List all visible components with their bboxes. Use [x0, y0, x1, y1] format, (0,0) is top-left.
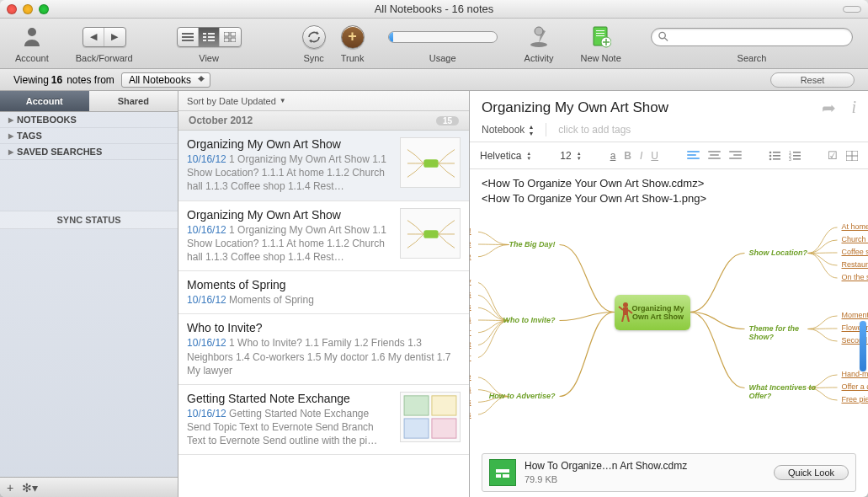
- svg-rect-26: [773, 152, 780, 153]
- search-field[interactable]: [651, 28, 853, 46]
- note-item-snippet: 10/16/12 Getting Started Note Exchange S…: [187, 407, 393, 448]
- note-item-title: Organizing My Own Art Show: [187, 137, 393, 151]
- note-list[interactable]: Organizing My Own Art Show10/16/12 1 Org…: [178, 131, 469, 497]
- svg-point-13: [530, 42, 547, 47]
- note-list-item[interactable]: Getting Started Note Exchange10/16/12 Ge…: [178, 385, 469, 456]
- svg-rect-21: [404, 396, 429, 415]
- month-header: October 2012 15: [178, 111, 469, 131]
- add-icon[interactable]: +: [7, 481, 13, 494]
- quick-look-button[interactable]: Quick Look: [774, 465, 849, 480]
- filter-bar: Viewing 16 notes from All Notebooks Rese…: [0, 69, 868, 91]
- note-item-title: Organizing My Own Art Show: [187, 208, 393, 222]
- svg-rect-32: [793, 152, 801, 153]
- note-list-item[interactable]: Who to Invite?10/16/12 1 Who to Invite? …: [178, 314, 469, 385]
- note-meta-row: Notebook ▲▼ click to add tags: [470, 123, 868, 142]
- svg-rect-36: [793, 158, 801, 160]
- search-input[interactable]: [673, 31, 845, 43]
- backforward-label: Back/Forward: [76, 53, 133, 63]
- note-list-item[interactable]: Organizing My Own Art Show10/16/12 1 Org…: [178, 201, 469, 272]
- activity-label: Activity: [525, 53, 554, 63]
- note-item-title: Who to Invite?: [187, 321, 461, 334]
- back-forward-buttons: ◀ ▶ Back/Forward: [76, 24, 133, 63]
- view-card-button[interactable]: [220, 28, 241, 46]
- svg-rect-8: [208, 40, 215, 41]
- tab-account[interactable]: Account: [0, 91, 89, 111]
- svg-point-14: [535, 27, 543, 35]
- note-item-snippet: 10/16/12 Moments of Spring: [187, 293, 461, 307]
- sidebar-footer: + ✻▾: [0, 477, 178, 497]
- format-bar: Helvetica▲▼ 12▲▼ a B I U 123 ☑: [470, 142, 868, 169]
- font-name-select[interactable]: Helvetica▲▼: [480, 150, 531, 162]
- nav-notebooks[interactable]: NOTEBOOKS: [0, 112, 178, 128]
- align-left-button[interactable]: [687, 151, 700, 160]
- info-icon[interactable]: i: [851, 98, 856, 118]
- search-container: Search: [651, 24, 853, 63]
- toolbar: Account ◀ ▶ Back/Forward View Sync + Tru…: [0, 19, 868, 69]
- svg-rect-23: [404, 419, 429, 438]
- svg-point-29: [769, 158, 772, 160]
- font-size-select[interactable]: 12▲▼: [560, 150, 581, 162]
- note-list-item[interactable]: Moments of Spring10/16/12 Moments of Spr…: [178, 271, 469, 314]
- bullet-list-button[interactable]: [769, 151, 780, 161]
- notebook-picker[interactable]: Notebook ▲▼: [482, 124, 534, 136]
- svg-rect-10: [231, 32, 236, 36]
- align-right-button[interactable]: [729, 151, 742, 160]
- account-button[interactable]: Account: [15, 24, 49, 63]
- notebook-selector[interactable]: All Notebooks: [121, 72, 210, 88]
- checkbox-button[interactable]: ☑: [828, 149, 838, 162]
- window-title: All Notebooks - 16 notes: [0, 3, 868, 15]
- attachment-filename: How To Organize…n Art Show.cdmz: [525, 460, 687, 473]
- italic-button[interactable]: I: [640, 150, 642, 162]
- svg-line-43: [628, 310, 632, 313]
- activity-button[interactable]: Activity: [525, 24, 554, 63]
- back-button[interactable]: ◀: [83, 28, 104, 46]
- svg-rect-19: [423, 159, 438, 168]
- view-label: View: [199, 53, 219, 63]
- view-buttons: View: [177, 24, 242, 63]
- note-item-title: Getting Started Note Exchange: [187, 392, 393, 405]
- tab-shared[interactable]: Shared: [89, 91, 178, 111]
- note-body[interactable]: <How To Organize Your Own Art Show.cdmz>…: [470, 169, 868, 497]
- newnote-label: New Note: [580, 53, 620, 63]
- add-tags-field[interactable]: click to add tags: [558, 124, 631, 136]
- nav-saved-searches[interactable]: SAVED SEARCHES: [0, 144, 178, 160]
- trunk-label: Trunk: [341, 53, 365, 63]
- underline-button[interactable]: U: [651, 150, 658, 162]
- forward-button[interactable]: ▶: [104, 28, 125, 46]
- share-icon[interactable]: ➦: [822, 98, 836, 118]
- view-list-button[interactable]: [178, 28, 199, 46]
- gear-icon[interactable]: ✻▾: [22, 481, 38, 494]
- sync-label: Sync: [303, 53, 323, 63]
- sort-bar[interactable]: Sort by Date Updated▼: [178, 91, 469, 111]
- new-note-button[interactable]: New Note: [580, 24, 620, 63]
- svg-rect-34: [793, 155, 801, 157]
- note-header: Organizing My Own Art Show ➦ i: [470, 91, 868, 123]
- table-button[interactable]: [846, 151, 858, 161]
- note-item-snippet: 10/16/12 1 Who to Invite? 1.1 Family 1.2…: [187, 336, 461, 377]
- sidebar-tabs: Account Shared: [0, 91, 178, 112]
- note-item-snippet: 10/16/12 1 Organizing My Own Art Show 1.…: [187, 223, 393, 265]
- nav-tags[interactable]: TAGS: [0, 128, 178, 144]
- svg-rect-22: [432, 396, 456, 415]
- svg-text:3: 3: [789, 157, 791, 161]
- filter-mid: notes from: [67, 74, 114, 86]
- reset-button[interactable]: Reset: [770, 72, 855, 88]
- text-color-button[interactable]: a: [610, 150, 616, 162]
- search-label: Search: [738, 53, 767, 63]
- number-list-button[interactable]: 123: [789, 151, 801, 161]
- filter-prefix: Viewing: [13, 74, 49, 86]
- note-item-snippet: 10/16/12 1 Organizing My Own Art Show 1.…: [187, 152, 393, 194]
- view-snippet-button[interactable]: [199, 28, 220, 46]
- svg-rect-5: [203, 36, 206, 38]
- svg-rect-41: [623, 307, 628, 315]
- sync-button[interactable]: Sync: [302, 24, 326, 63]
- svg-line-44: [622, 315, 624, 322]
- align-center-button[interactable]: [708, 151, 721, 160]
- month-count-badge: 15: [436, 116, 459, 126]
- note-list-item[interactable]: Organizing My Own Art Show10/16/12 1 Org…: [178, 131, 469, 201]
- trunk-button[interactable]: + Trunk: [341, 24, 365, 63]
- bold-button[interactable]: B: [624, 150, 631, 162]
- svg-rect-2: [182, 40, 194, 41]
- svg-rect-6: [208, 36, 215, 38]
- svg-rect-4: [208, 33, 215, 35]
